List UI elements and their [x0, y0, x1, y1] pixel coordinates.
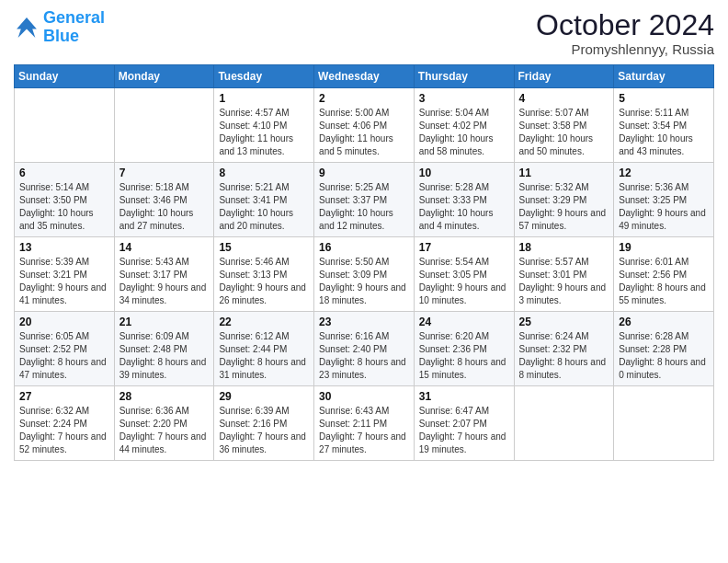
- sunrise-text: Sunrise: 4:57 AM: [219, 107, 309, 120]
- header-tuesday: Tuesday: [214, 65, 314, 88]
- calendar-header-row: Sunday Monday Tuesday Wednesday Thursday…: [15, 65, 714, 88]
- day-info: Sunrise: 6:36 AMSunset: 2:20 PMDaylight:…: [119, 405, 210, 456]
- day-number: 30: [319, 390, 409, 403]
- day-info: Sunrise: 5:14 AMSunset: 3:50 PMDaylight:…: [19, 181, 109, 233]
- sunset-text: Sunset: 4:06 PM: [319, 120, 409, 132]
- day-number: 4: [519, 92, 609, 105]
- header-friday: Friday: [514, 65, 614, 88]
- sunrise-text: Sunrise: 5:39 AM: [19, 256, 109, 269]
- month-title: October 2024: [536, 9, 714, 41]
- logo-blue: Blue: [43, 28, 105, 46]
- table-row: 2Sunrise: 5:00 AMSunset: 4:06 PMDaylight…: [314, 88, 415, 163]
- daylight-text: Daylight: 11 hours and 5 minutes.: [319, 132, 409, 158]
- daylight-text: Daylight: 8 hours and 8 minutes.: [519, 356, 609, 382]
- day-info: Sunrise: 6:28 AMSunset: 2:28 PMDaylight:…: [619, 330, 709, 382]
- daylight-text: Daylight: 7 hours and 19 minutes.: [419, 431, 509, 456]
- header-monday: Monday: [114, 65, 214, 88]
- day-info: Sunrise: 5:50 AMSunset: 3:09 PMDaylight:…: [319, 256, 409, 307]
- calendar-week-row: 20Sunrise: 6:05 AMSunset: 2:52 PMDayligh…: [15, 312, 714, 386]
- sunrise-text: Sunrise: 6:47 AM: [419, 405, 509, 418]
- sunrise-text: Sunrise: 6:28 AM: [619, 330, 709, 343]
- day-info: Sunrise: 5:54 AMSunset: 3:05 PMDaylight:…: [419, 256, 509, 307]
- sunrise-text: Sunrise: 6:39 AM: [219, 405, 309, 418]
- day-number: 16: [319, 241, 409, 254]
- sunset-text: Sunset: 2:16 PM: [219, 418, 309, 431]
- sunset-text: Sunset: 3:33 PM: [419, 194, 509, 207]
- header: General Blue October 2024 Promyshlennyy,…: [14, 9, 714, 57]
- sunset-text: Sunset: 2:52 PM: [19, 343, 109, 356]
- day-number: 13: [19, 241, 109, 254]
- title-section: October 2024 Promyshlennyy, Russia: [536, 9, 714, 57]
- sunset-text: Sunset: 2:56 PM: [619, 269, 709, 282]
- location: Promyshlennyy, Russia: [536, 41, 714, 57]
- day-info: Sunrise: 6:12 AMSunset: 2:44 PMDaylight:…: [219, 330, 309, 382]
- table-row: 21Sunrise: 6:09 AMSunset: 2:48 PMDayligh…: [114, 312, 214, 386]
- calendar-table: Sunday Monday Tuesday Wednesday Thursday…: [14, 64, 714, 461]
- table-row: 12Sunrise: 5:36 AMSunset: 3:25 PMDayligh…: [614, 163, 714, 237]
- sunrise-text: Sunrise: 5:25 AM: [319, 181, 409, 194]
- table-row: 24Sunrise: 6:20 AMSunset: 2:36 PMDayligh…: [414, 312, 514, 386]
- table-row: 27Sunrise: 6:32 AMSunset: 2:24 PMDayligh…: [15, 386, 115, 461]
- sunset-text: Sunset: 2:20 PM: [119, 418, 210, 431]
- daylight-text: Daylight: 10 hours and 27 minutes.: [119, 207, 210, 233]
- day-number: 28: [119, 390, 210, 403]
- day-number: 6: [19, 167, 109, 179]
- table-row: 23Sunrise: 6:16 AMSunset: 2:40 PMDayligh…: [314, 312, 415, 386]
- day-info: Sunrise: 6:20 AMSunset: 2:36 PMDaylight:…: [419, 330, 509, 382]
- day-number: 1: [219, 92, 309, 105]
- sunrise-text: Sunrise: 5:14 AM: [19, 181, 109, 194]
- sunrise-text: Sunrise: 5:50 AM: [319, 256, 409, 269]
- sunset-text: Sunset: 2:07 PM: [419, 418, 509, 431]
- table-row: 11Sunrise: 5:32 AMSunset: 3:29 PMDayligh…: [514, 163, 614, 237]
- daylight-text: Daylight: 8 hours and 47 minutes.: [19, 356, 109, 382]
- daylight-text: Daylight: 7 hours and 52 minutes.: [19, 431, 109, 456]
- daylight-text: Daylight: 8 hours and 39 minutes.: [119, 356, 210, 382]
- sunset-text: Sunset: 3:09 PM: [319, 269, 409, 282]
- daylight-text: Daylight: 7 hours and 36 minutes.: [219, 431, 309, 456]
- sunset-text: Sunset: 3:41 PM: [219, 194, 309, 207]
- sunrise-text: Sunrise: 6:16 AM: [319, 330, 409, 343]
- day-number: 20: [19, 316, 109, 328]
- day-info: Sunrise: 6:47 AMSunset: 2:07 PMDaylight:…: [419, 405, 509, 456]
- calendar-week-row: 6Sunrise: 5:14 AMSunset: 3:50 PMDaylight…: [15, 163, 714, 237]
- table-row: 7Sunrise: 5:18 AMSunset: 3:46 PMDaylight…: [114, 163, 214, 237]
- daylight-text: Daylight: 8 hours and 31 minutes.: [219, 356, 309, 382]
- header-saturday: Saturday: [614, 65, 714, 88]
- sunrise-text: Sunrise: 6:32 AM: [19, 405, 109, 418]
- sunrise-text: Sunrise: 5:57 AM: [519, 256, 609, 269]
- day-info: Sunrise: 5:39 AMSunset: 3:21 PMDaylight:…: [19, 256, 109, 307]
- day-number: 2: [319, 92, 409, 105]
- day-number: 8: [219, 167, 309, 179]
- day-number: 7: [119, 167, 210, 179]
- day-info: Sunrise: 6:43 AMSunset: 2:11 PMDaylight:…: [319, 405, 409, 456]
- sunrise-text: Sunrise: 5:28 AM: [419, 181, 509, 194]
- table-row: 6Sunrise: 5:14 AMSunset: 3:50 PMDaylight…: [15, 163, 115, 237]
- table-row: 16Sunrise: 5:50 AMSunset: 3:09 PMDayligh…: [314, 237, 415, 312]
- daylight-text: Daylight: 10 hours and 20 minutes.: [219, 207, 309, 233]
- day-number: 17: [419, 241, 509, 254]
- day-info: Sunrise: 5:36 AMSunset: 3:25 PMDaylight:…: [619, 181, 709, 233]
- table-row: 8Sunrise: 5:21 AMSunset: 3:41 PMDaylight…: [214, 163, 314, 237]
- day-number: 14: [119, 241, 210, 254]
- sunset-text: Sunset: 2:48 PM: [119, 343, 210, 356]
- day-info: Sunrise: 5:11 AMSunset: 3:54 PMDaylight:…: [619, 107, 709, 158]
- daylight-text: Daylight: 9 hours and 18 minutes.: [319, 282, 409, 307]
- daylight-text: Daylight: 9 hours and 49 minutes.: [619, 207, 709, 233]
- daylight-text: Daylight: 9 hours and 3 minutes.: [519, 282, 609, 307]
- daylight-text: Daylight: 10 hours and 43 minutes.: [619, 132, 709, 158]
- day-info: Sunrise: 5:25 AMSunset: 3:37 PMDaylight:…: [319, 181, 409, 233]
- table-row: 1Sunrise: 4:57 AMSunset: 4:10 PMDaylight…: [214, 88, 314, 163]
- daylight-text: Daylight: 11 hours and 13 minutes.: [219, 132, 309, 158]
- sunrise-text: Sunrise: 5:00 AM: [319, 107, 409, 120]
- table-row: 30Sunrise: 6:43 AMSunset: 2:11 PMDayligh…: [314, 386, 415, 461]
- header-thursday: Thursday: [414, 65, 514, 88]
- sunset-text: Sunset: 2:36 PM: [419, 343, 509, 356]
- header-sunday: Sunday: [15, 65, 115, 88]
- calendar-week-row: 1Sunrise: 4:57 AMSunset: 4:10 PMDaylight…: [15, 88, 714, 163]
- daylight-text: Daylight: 9 hours and 34 minutes.: [119, 282, 210, 307]
- table-row: 18Sunrise: 5:57 AMSunset: 3:01 PMDayligh…: [514, 237, 614, 312]
- day-info: Sunrise: 5:43 AMSunset: 3:17 PMDaylight:…: [119, 256, 210, 307]
- sunset-text: Sunset: 2:28 PM: [619, 343, 709, 356]
- sunrise-text: Sunrise: 6:12 AM: [219, 330, 309, 343]
- sunset-text: Sunset: 4:10 PM: [219, 120, 309, 132]
